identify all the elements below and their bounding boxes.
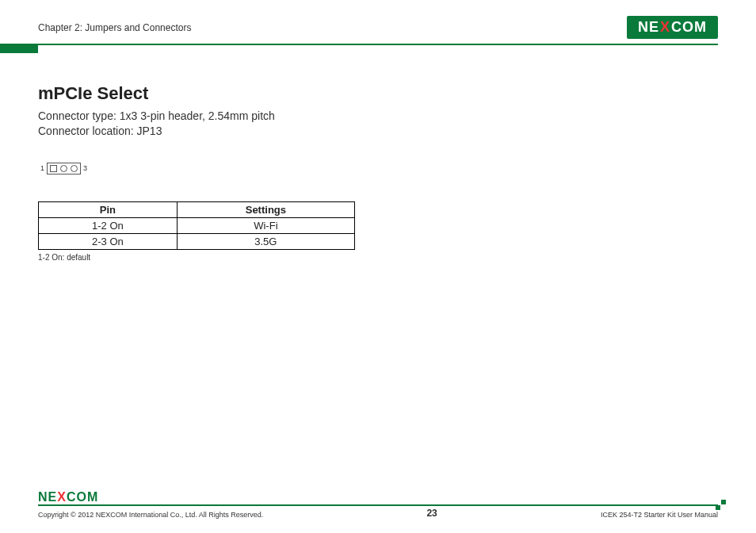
jumper-pin2-icon [60, 165, 67, 172]
footer-rule [38, 504, 718, 506]
section-title: mPCIe Select [38, 83, 718, 104]
footer-mark-icon [716, 500, 726, 510]
table-footnote: 1-2 On: default [38, 253, 718, 262]
jumper-pin-right-label: 3 [83, 164, 87, 172]
brand-text-x: X [659, 19, 671, 36]
jumper-pin-left-label: 1 [40, 164, 44, 172]
jumper-diagram: 1 3 [38, 163, 90, 174]
brand-logo: NEXCOM [627, 16, 718, 39]
cell-setting: 3.5G [177, 233, 354, 249]
brand-text-post: COM [67, 490, 98, 504]
brand-text-pre: NE [38, 490, 57, 504]
brand-text-post: COM [671, 19, 707, 36]
brand-text-pre: NE [638, 19, 659, 36]
jumper-pin1-icon [50, 165, 57, 172]
manual-title: ICEK 254-T2 Starter Kit User Manual [601, 511, 718, 519]
jumper-body [47, 163, 81, 174]
header-rule [38, 44, 718, 45]
cell-pin: 2-3 On [39, 233, 178, 249]
connector-type: Connector type: 1x3 3-pin header, 2.54mm… [38, 109, 718, 124]
header-rule-block [0, 44, 38, 53]
cell-pin: 1-2 On [39, 217, 178, 233]
copyright-text: Copyright © 2012 NEXCOM International Co… [38, 511, 263, 519]
cell-setting: Wi-Fi [177, 217, 354, 233]
table-row: 1-2 On Wi-Fi [39, 217, 355, 233]
col-settings-header: Settings [177, 201, 354, 217]
footer-brand-logo: NEXCOM [38, 490, 98, 504]
chapter-title: Chapter 2: Jumpers and Connectors [38, 22, 191, 33]
brand-text-x: X [57, 490, 67, 504]
settings-table: Pin Settings 1-2 On Wi-Fi 2-3 On 3.5G [38, 201, 355, 250]
table-row: 2-3 On 3.5G [39, 233, 355, 249]
jumper-pin3-icon [71, 165, 78, 172]
page-number: 23 [426, 508, 437, 519]
table-header-row: Pin Settings [39, 201, 355, 217]
connector-location: Connector location: JP13 [38, 124, 718, 139]
col-pin-header: Pin [39, 201, 178, 217]
